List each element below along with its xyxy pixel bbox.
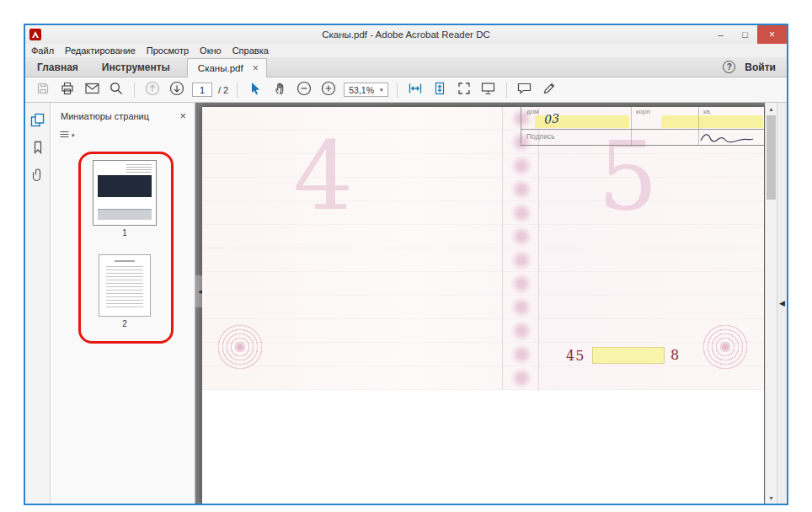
window-title: Сканы.pdf - Adobe Acrobat Reader DC	[25, 29, 787, 40]
zoom-level-dropdown[interactable]: 53,1% ▾	[344, 83, 387, 97]
zoom-out-icon	[296, 81, 312, 99]
serial-number-right: 8	[670, 347, 680, 363]
toolbar-separator	[134, 83, 135, 98]
bookmarks-button[interactable]	[29, 141, 46, 157]
tools-pane-toggle-icon[interactable]: ◀	[779, 299, 785, 307]
presentation-mode-button[interactable]	[479, 81, 498, 99]
scroll-down-icon[interactable]: ▼	[766, 492, 777, 504]
kv-field-label: кв.	[703, 108, 712, 115]
search-button[interactable]	[107, 81, 126, 99]
serial-number-left: 45	[566, 348, 585, 364]
thumbnail-photo-block	[98, 175, 152, 197]
print-button[interactable]	[58, 81, 77, 99]
toolbar-separator	[397, 83, 398, 98]
tab-close-icon[interactable]: ×	[253, 62, 259, 74]
thumbnail-page-1[interactable]: 1	[93, 160, 157, 237]
scrollbar-thumb[interactable]	[767, 115, 776, 200]
fit-page-button[interactable]	[430, 81, 449, 99]
zoom-out-button[interactable]	[295, 81, 313, 99]
sidebar-collapse-handle[interactable]: ◂	[195, 275, 205, 307]
close-button[interactable]: ×	[757, 25, 787, 44]
thumbnail-page-2-image[interactable]	[99, 254, 151, 317]
email-icon	[85, 83, 99, 98]
titlebar[interactable]: Сканы.pdf - Adobe Acrobat Reader DC – □ …	[25, 25, 787, 44]
menu-file[interactable]: Файл	[31, 45, 54, 56]
ornament-rosette-right	[701, 323, 750, 371]
signature-field-label: Подпись	[526, 132, 555, 141]
comment-button[interactable]	[516, 81, 534, 99]
handwritten-house-number: 03	[542, 111, 558, 126]
tab-tools[interactable]: Инструменты	[90, 57, 182, 77]
zoom-level-value: 53,1%	[349, 85, 374, 95]
options-list-icon	[59, 128, 70, 143]
hand-tool-icon	[274, 82, 286, 99]
tab-home[interactable]: Главная	[25, 57, 90, 77]
next-page-button[interactable]	[168, 81, 186, 99]
menu-view[interactable]: Просмотр	[147, 45, 189, 56]
fullscreen-button[interactable]	[455, 81, 473, 99]
table-line	[521, 129, 764, 130]
fit-page-icon	[433, 82, 446, 99]
window-controls: – □ ×	[708, 25, 787, 44]
chevron-down-icon: ▾	[380, 87, 383, 93]
save-button[interactable]	[34, 81, 52, 99]
page-number-input[interactable]	[192, 83, 212, 97]
menu-edit[interactable]: Редактирование	[65, 45, 136, 56]
print-icon	[61, 82, 74, 99]
page-thumbnails-icon	[30, 113, 45, 131]
menu-window[interactable]: Окно	[200, 45, 222, 56]
vertical-scrollbar[interactable]: ▲ ▼	[765, 103, 777, 504]
address-fields-table: дом корп кв. 03 Подпись	[521, 107, 764, 146]
tab-document[interactable]: Сканы.pdf ×	[187, 58, 267, 77]
attachments-button[interactable]	[29, 168, 46, 185]
sign-in-button[interactable]: Войти	[745, 61, 776, 73]
help-icon[interactable]: ?	[723, 61, 735, 73]
tools-pane-strip: ◀	[777, 103, 787, 504]
korp-field-label: корп	[636, 108, 650, 115]
pdf-page: 4 5 дом корп кв. 03	[202, 107, 764, 504]
menubar: Файл Редактирование Просмотр Окно Справк…	[25, 44, 787, 57]
thumbnail-text-lines	[106, 266, 143, 307]
page-down-icon	[169, 81, 184, 99]
scroll-up-icon[interactable]: ▲	[766, 103, 777, 115]
hand-tool-button[interactable]	[270, 81, 289, 99]
maximize-button[interactable]: □	[733, 25, 757, 44]
bookmark-icon	[32, 141, 44, 157]
thumbnails-options-button[interactable]: ▾	[59, 128, 195, 143]
tabbar-right: ? Войти	[723, 57, 787, 77]
page-thumbnails-button[interactable]	[29, 113, 46, 130]
thumbnail-page-2-label: 2	[99, 319, 151, 328]
handwritten-signature	[698, 131, 757, 148]
document-area: 4 5 дом корп кв. 03	[195, 103, 765, 504]
ornament-rosette-left	[216, 323, 264, 371]
zoom-in-icon	[321, 81, 336, 99]
menu-help[interactable]: Справка	[232, 45, 269, 56]
pencil-icon	[542, 82, 556, 99]
desktop: Сканы.pdf - Adobe Acrobat Reader DC – □ …	[0, 0, 812, 512]
zoom-in-button[interactable]	[319, 81, 338, 99]
fullscreen-icon	[457, 82, 471, 99]
previous-page-button[interactable]	[143, 81, 162, 99]
highlight-strip-right	[661, 115, 763, 128]
panel-close-icon[interactable]: ×	[179, 109, 186, 122]
scanned-passport-spread: 4 5 дом корп кв. 03	[202, 107, 764, 390]
thumbnail-page-1-image[interactable]	[93, 160, 157, 226]
table-line	[631, 107, 632, 145]
paperclip-icon	[32, 168, 44, 185]
fit-width-button[interactable]	[406, 81, 425, 99]
serial-highlight-box	[592, 347, 665, 364]
select-tool-button[interactable]	[246, 81, 264, 99]
content-area: Миниатюры страниц × ▾ 1	[25, 103, 787, 504]
thumbnail-title-line	[115, 260, 135, 262]
chevron-down-icon: ▾	[72, 132, 75, 139]
presentation-mode-icon	[481, 82, 495, 99]
thumbnail-page-2[interactable]: 2	[99, 254, 151, 328]
toolbar: / 2 53,1% ▾	[25, 77, 787, 103]
thumbnail-mrz-band	[98, 209, 152, 220]
thumbnails-panel-title: Миниатюры страниц	[61, 111, 149, 121]
select-cursor-icon	[249, 82, 261, 99]
sign-draw-button[interactable]	[540, 81, 558, 99]
comment-icon	[517, 82, 532, 99]
email-button[interactable]	[83, 81, 101, 99]
minimize-button[interactable]: –	[708, 25, 733, 44]
